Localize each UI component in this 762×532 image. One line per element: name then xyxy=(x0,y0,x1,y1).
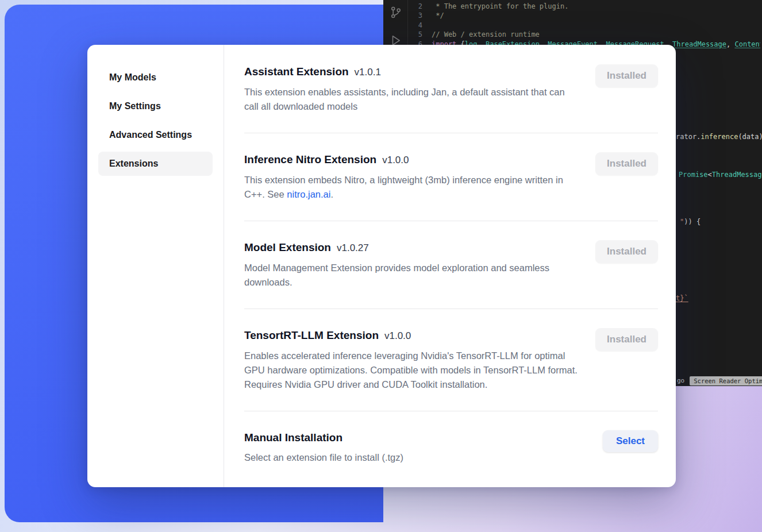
code-token: rator. xyxy=(676,133,701,141)
description-text: . xyxy=(330,189,333,199)
extension-title: Manual Installation xyxy=(244,430,403,445)
code-token-identifier: ThreadMessage xyxy=(672,40,726,48)
extension-version: v1.0.27 xyxy=(337,242,369,253)
sidebar-item-label: My Settings xyxy=(109,101,161,111)
sidebar-item-label: Advanced Settings xyxy=(109,130,192,140)
code-token: )) { xyxy=(684,218,701,226)
code-line: 3 */ xyxy=(409,11,760,20)
extension-section-assistant: Assistant Extensionv1.0.1 This extension… xyxy=(244,64,658,133)
nitro-jan-ai-link[interactable]: nitro.jan.ai xyxy=(287,189,330,199)
extension-description: Enables accelerated inference leveraging… xyxy=(244,349,580,392)
settings-sidebar: My Models My Settings Advanced Settings … xyxy=(87,45,224,487)
extension-text: Manual Installation Select an extension … xyxy=(244,430,403,465)
code-fragment: Promise<ThreadMessage> xyxy=(679,170,762,179)
extension-description: Model Management Extension provides mode… xyxy=(244,261,580,290)
extension-description: This extension enables assistants, inclu… xyxy=(244,85,580,114)
installed-button[interactable]: Installed xyxy=(595,240,658,263)
status-bar: go Screen Reader Optimiz xyxy=(677,375,762,386)
extension-section-nitro: Inference Nitro Extensionv1.0.0 This ext… xyxy=(244,133,658,221)
manual-installation-section: Manual Installation Select an extension … xyxy=(244,411,658,484)
status-text: go xyxy=(677,377,684,384)
code-fragment: ")) { xyxy=(680,217,701,226)
extension-title-text: Manual Installation xyxy=(244,431,342,444)
extension-text: Inference Nitro Extensionv1.0.0 This ext… xyxy=(244,152,580,202)
sidebar-item-label: Extensions xyxy=(109,159,158,169)
extension-description: This extension embeds Nitro, a lightweig… xyxy=(244,173,580,202)
code-token-comment: */ xyxy=(432,11,444,20)
extension-description: Select an extension file to install (.tg… xyxy=(244,450,403,465)
installed-button[interactable]: Installed xyxy=(595,328,658,351)
code-token-comment: // Web / extension runtime xyxy=(432,30,540,38)
extension-version: v1.0.0 xyxy=(382,155,409,165)
code-fragment: rator.inference(data)); xyxy=(676,132,762,141)
code-token: , xyxy=(726,40,734,48)
code-token: < xyxy=(708,171,712,179)
page-background: { "colors": { "brand_blue": "#466af7", "… xyxy=(0,0,762,532)
line-number: 4 xyxy=(409,21,422,30)
source-control-icon[interactable] xyxy=(389,6,402,19)
code-line: 2 * The entrypoint for the plugin. xyxy=(409,2,760,11)
line-number: 2 xyxy=(409,2,422,11)
code-area: 2 * The entrypoint for the plugin. 3 */ … xyxy=(409,2,760,49)
code-fragment: t}` xyxy=(676,294,688,303)
extension-title: Inference Nitro Extensionv1.0.0 xyxy=(244,152,580,168)
sidebar-item-extensions[interactable]: Extensions xyxy=(98,152,213,176)
code-line: 5// Web / extension runtime xyxy=(409,30,760,39)
installed-button[interactable]: Installed xyxy=(595,64,658,87)
sidebar-item-my-models[interactable]: My Models xyxy=(98,65,213,90)
settings-modal: My Models My Settings Advanced Settings … xyxy=(87,45,676,487)
code-token-comment: * The entrypoint for the plugin. xyxy=(432,2,568,10)
line-number: 3 xyxy=(409,11,422,20)
sidebar-item-label: My Models xyxy=(109,72,156,83)
extension-title-text: Model Extension xyxy=(244,241,331,253)
code-token-type: ThreadMessage xyxy=(712,171,762,179)
extension-text: Assistant Extensionv1.0.1 This extension… xyxy=(244,64,580,114)
extension-title-text: Inference Nitro Extension xyxy=(244,153,376,165)
extension-section-tensorrt: TensortRT-LLM Extensionv1.0.0 Enables ac… xyxy=(244,309,658,411)
extension-section-model: Model Extensionv1.0.27 Model Management … xyxy=(244,221,658,309)
code-line: 4 xyxy=(409,21,760,30)
extension-title-text: TensortRT-LLM Extension xyxy=(244,329,379,341)
extension-title: Model Extensionv1.0.27 xyxy=(244,240,580,256)
code-token: (data)); xyxy=(738,133,762,141)
screen-reader-optimized-badge[interactable]: Screen Reader Optimiz xyxy=(690,376,762,385)
code-token-function: inference xyxy=(701,133,738,141)
code-token-identifier: ContentType xyxy=(734,40,760,48)
sidebar-item-my-settings[interactable]: My Settings xyxy=(98,94,213,118)
select-button[interactable]: Select xyxy=(603,430,658,452)
installed-button[interactable]: Installed xyxy=(595,152,658,175)
extension-title: TensortRT-LLM Extensionv1.0.0 xyxy=(244,328,580,344)
code-token-type: Promise xyxy=(679,171,708,179)
extension-text: TensortRT-LLM Extensionv1.0.0 Enables ac… xyxy=(244,328,580,392)
extension-version: v1.0.0 xyxy=(384,330,411,341)
extensions-list: Assistant Extensionv1.0.1 This extension… xyxy=(224,45,676,487)
extension-title: Assistant Extensionv1.0.1 xyxy=(244,64,580,80)
extension-version: v1.0.1 xyxy=(355,67,381,78)
extension-title-text: Assistant Extension xyxy=(244,65,349,78)
line-number: 5 xyxy=(409,30,422,39)
extension-text: Model Extensionv1.0.27 Model Management … xyxy=(244,240,580,290)
sidebar-item-advanced-settings[interactable]: Advanced Settings xyxy=(98,123,213,147)
